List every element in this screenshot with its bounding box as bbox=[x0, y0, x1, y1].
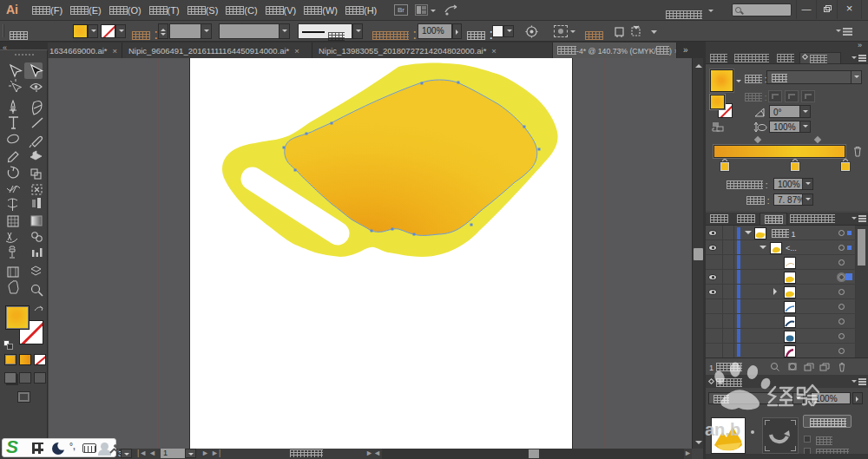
svg-text:an.b: an.b bbox=[705, 420, 740, 439]
